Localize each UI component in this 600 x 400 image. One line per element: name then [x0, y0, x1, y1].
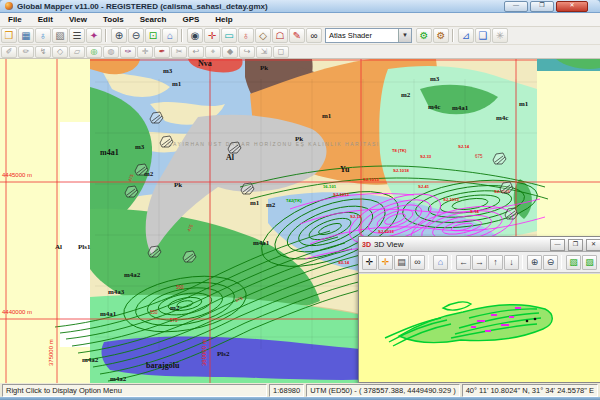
show-3d-view-button[interactable]: ❑: [475, 28, 491, 43]
map-grid-label: 380000 m: [201, 339, 207, 366]
map-unit-label: m1: [172, 80, 182, 88]
path-profile-button[interactable]: ⊿: [458, 28, 474, 43]
close-button[interactable]: ✕: [556, 1, 588, 12]
minimize-button[interactable]: —: [504, 1, 528, 12]
create-range-ring-icon: ◎: [91, 47, 98, 57]
buffer-tool-button[interactable]: ◻: [273, 46, 289, 58]
global-mapper-window: Global Mapper v11.00 - REGISTERED (calis…: [0, 0, 600, 400]
move-feature-button[interactable]: ✛: [137, 46, 153, 58]
save-workspace-button[interactable]: ▦: [18, 28, 34, 43]
map-contour-value: 575: [170, 318, 178, 323]
split-line-button[interactable]: ✂: [171, 46, 187, 58]
undo-digitize-icon: ↪: [244, 47, 251, 57]
menu-item-gps[interactable]: GPS: [174, 15, 207, 24]
menu-item-help[interactable]: Help: [207, 15, 240, 24]
digitizer-pen-button[interactable]: ✎: [289, 28, 305, 43]
pan-button[interactable]: ✛: [204, 28, 220, 43]
map-configuration-icon: ✦: [90, 31, 98, 41]
shader-options-button[interactable]: ⚙: [416, 28, 432, 43]
vertex-edit-icon: ✒: [159, 47, 166, 57]
map-unit-label: Pls2: [217, 350, 230, 358]
export-image-button[interactable]: ▧: [52, 28, 68, 43]
create-freehand-button[interactable]: ✑: [120, 46, 136, 58]
3d-view-content[interactable]: [359, 273, 600, 382]
menu-item-edit[interactable]: Edit: [30, 15, 61, 24]
3d-view-window[interactable]: 3D 3D View — ❐ ✕ ✛✛▤∞⌂←→↑↓⊕⊖▧▨▦: [358, 236, 600, 383]
full-extent-button[interactable]: ⊡: [145, 28, 161, 43]
coverage-icon: ◇: [259, 31, 267, 41]
open-file-button[interactable]: ❒: [1, 28, 17, 43]
dropdown-arrow-icon[interactable]: ▼: [398, 29, 411, 42]
overlay-control-button[interactable]: ☰: [69, 28, 85, 43]
3d-close-button[interactable]: ✕: [586, 239, 600, 251]
status-scale: 1:68980: [269, 384, 304, 397]
terrain-exaggeration-down-button[interactable]: ▨: [582, 255, 597, 270]
map-unit-label: m2: [170, 304, 180, 312]
create-line-button[interactable]: ↯: [35, 46, 51, 58]
measure-button[interactable]: ▭: [221, 28, 237, 43]
create-point-button[interactable]: ✏: [18, 46, 34, 58]
combine-lines-button[interactable]: ↩: [188, 46, 204, 58]
shader-custom-button[interactable]: ⚙: [433, 28, 449, 43]
tilt-up-button[interactable]: ↑: [488, 255, 503, 270]
map-unit-label: Pk: [174, 181, 182, 189]
layers-button[interactable]: ▤: [394, 255, 409, 270]
pan-view-button[interactable]: ✛: [378, 255, 393, 270]
vertex-edit-button[interactable]: ✒: [154, 46, 170, 58]
3d-view-titlebar[interactable]: 3D 3D View — ❐ ✕: [359, 237, 600, 252]
3d-minimize-button[interactable]: —: [550, 239, 565, 251]
snap-tool-button[interactable]: ◆: [222, 46, 238, 58]
create-rectangle-button[interactable]: ▱: [69, 46, 85, 58]
view-search-button[interactable]: ∞: [410, 255, 425, 270]
undo-digitize-button[interactable]: ↪: [239, 46, 255, 58]
rotate-view-button[interactable]: ✛: [362, 255, 377, 270]
map-unit-label: Pk: [260, 64, 268, 72]
coverage-button[interactable]: ◇: [255, 28, 271, 43]
zoom-in-button[interactable]: ⊕: [527, 255, 542, 270]
gps-tower-button[interactable]: ☖: [272, 28, 288, 43]
home-view-icon: ⌂: [438, 258, 443, 267]
world-button[interactable]: ♁: [35, 28, 51, 43]
home-view-button[interactable]: ⌂: [162, 28, 178, 43]
fly-through-button[interactable]: ✳: [492, 28, 508, 43]
map-borehole-label: SJ-41: [418, 184, 430, 189]
shader-custom-icon: ⚙: [437, 31, 446, 41]
rotate-right-button[interactable]: →: [472, 255, 487, 270]
create-range-ring-button[interactable]: ◎: [86, 46, 102, 58]
menu-item-tools[interactable]: Tools: [95, 15, 132, 24]
map-unit-label: Nva: [198, 59, 212, 68]
zoom-out-icon: ⊖: [547, 258, 555, 267]
menu-bar: FileEditViewToolsSearchGPSHelp: [0, 13, 600, 27]
terrain-exaggeration-up-icon: ▧: [569, 258, 578, 267]
pan-view-icon: ✛: [382, 258, 390, 267]
online-data-button[interactable]: ♁: [238, 28, 254, 43]
3d-maximize-button[interactable]: ❐: [568, 239, 583, 251]
menu-item-file[interactable]: File: [0, 15, 30, 24]
zoom-window-button[interactable]: ◉: [187, 28, 203, 43]
maximize-button[interactable]: ❐: [530, 1, 554, 12]
search-binoculars-button[interactable]: ∞: [306, 28, 322, 43]
3d-view-toolbar: ✛✛▤∞⌂←→↑↓⊕⊖▧▨▦: [359, 252, 600, 273]
menu-item-view[interactable]: View: [61, 15, 95, 24]
shader-dropdown-value: Atlas Shader: [326, 31, 398, 40]
create-concentric-button[interactable]: ◍: [103, 46, 119, 58]
terrain-exaggeration-up-button[interactable]: ▧: [566, 255, 581, 270]
window-titlebar[interactable]: Global Mapper v11.00 - REGISTERED (calis…: [0, 0, 600, 13]
home-view-button[interactable]: ⌂: [433, 255, 448, 270]
tilt-down-button[interactable]: ↓: [504, 255, 519, 270]
copy-feature-button[interactable]: ⌖: [205, 46, 221, 58]
menu-item-search[interactable]: Search: [132, 15, 175, 24]
map-unit-label: m4a2: [110, 375, 127, 383]
map-borehole-label: SJ-13: [350, 214, 362, 219]
shader-dropdown[interactable]: Atlas Shader▼: [325, 28, 412, 43]
zoom-in-button[interactable]: ⊕: [111, 28, 127, 43]
zoom-out-button[interactable]: ⊖: [128, 28, 144, 43]
digitizer-edit-button[interactable]: ✐: [1, 46, 17, 58]
create-area-button[interactable]: ◇: [52, 46, 68, 58]
map-borehole-label: T8 (TK): [392, 148, 407, 153]
attribute-edit-button[interactable]: ⇲: [256, 46, 272, 58]
window-title: Global Mapper v11.00 - REGISTERED (calis…: [17, 2, 268, 11]
map-configuration-button[interactable]: ✦: [86, 28, 102, 43]
zoom-out-button[interactable]: ⊖: [543, 255, 558, 270]
rotate-left-button[interactable]: ←: [456, 255, 471, 270]
